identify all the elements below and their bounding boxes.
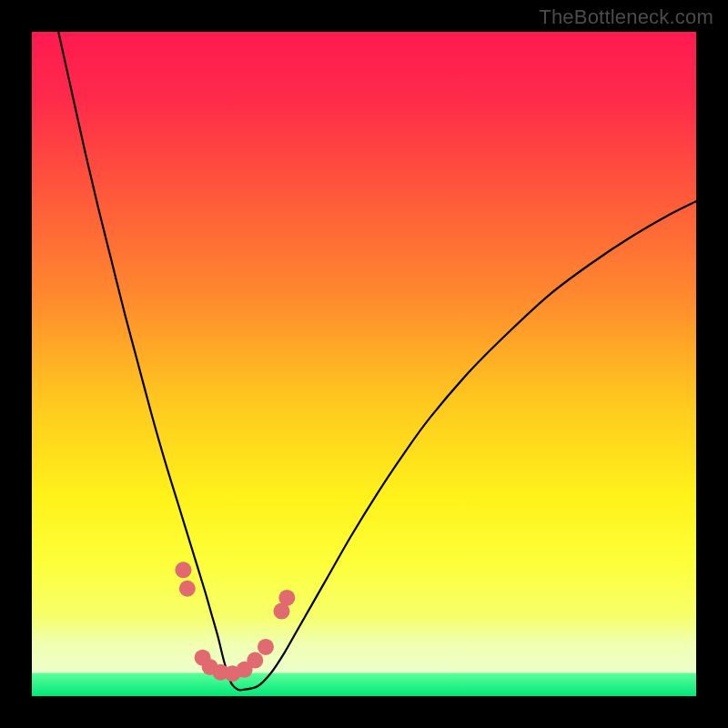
- bottleneck-chart: [0, 0, 728, 728]
- plot-background: [32, 32, 696, 696]
- marker-dot: [247, 652, 263, 669]
- marker-dot: [175, 561, 191, 578]
- green-band: [32, 672, 696, 696]
- chart-frame: TheBottleneck.com: [0, 0, 728, 728]
- marker-dot: [278, 590, 295, 606]
- marker-dot: [258, 639, 274, 655]
- marker-dot: [179, 581, 196, 597]
